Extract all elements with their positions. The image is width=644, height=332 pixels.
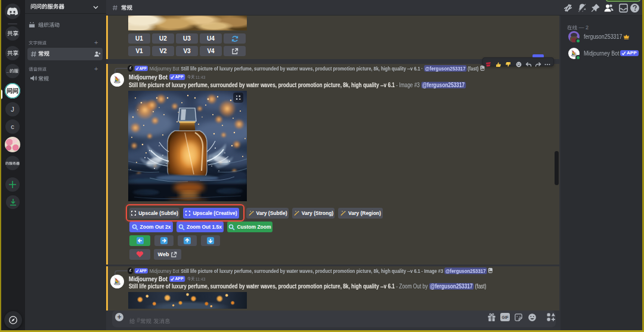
svg-text:GIF: GIF — [502, 315, 509, 319]
